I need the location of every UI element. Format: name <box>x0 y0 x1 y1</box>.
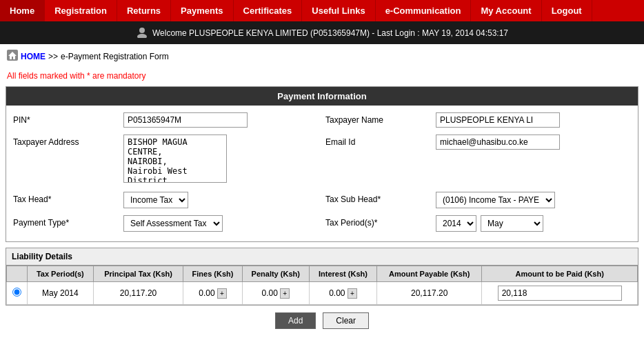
taxpayer-name-row: Taxpayer Name <box>325 112 631 128</box>
svg-point-0 <box>139 28 145 33</box>
row-select-cell <box>7 282 28 305</box>
clear-button[interactable]: Clear <box>323 312 369 329</box>
nav-e-communication[interactable]: e-Communication <box>376 0 472 21</box>
taxpayer-address-row: Taxpayer Address BISHOP MAGUA CENTRE, NA… <box>13 134 319 185</box>
penalty-add-button[interactable]: + <box>280 288 290 299</box>
liability-table: Tax Period(s) Principal Tax (Ksh) Fines … <box>6 266 638 305</box>
fines-add-button[interactable]: + <box>217 288 227 299</box>
mandatory-note: All fields marked with * are mandatory <box>0 68 644 86</box>
taxpayer-name-input[interactable] <box>436 112 560 128</box>
row-amount-payable: 20,117.20 <box>377 282 482 305</box>
welcome-message: Welcome PLUSPEOPLE KENYA LIMITED (P05136… <box>152 28 508 38</box>
liability-section: Liability Details Tax Period(s) Principa… <box>6 248 638 306</box>
tax-sub-head-label: Tax Sub Head* <box>325 192 436 204</box>
row-amount-to-be-paid[interactable] <box>482 282 638 305</box>
tax-sub-head-select[interactable]: (0106) Income Tax - PAYE <box>436 192 555 208</box>
taxpayer-address-input[interactable]: BISHOP MAGUA CENTRE, NAIROBI, Nairobi We… <box>123 134 227 183</box>
col-payable: Amount Payable (Ksh) <box>377 266 482 282</box>
taxpayer-name-label: Taxpayer Name <box>325 112 436 125</box>
tax-head-label: Tax Head* <box>13 192 123 204</box>
svg-point-1 <box>137 34 147 38</box>
email-label: Email Id <box>325 134 436 147</box>
pin-input[interactable] <box>123 112 248 128</box>
tax-period-year-select[interactable]: 2013 2014 2015 <box>436 215 476 232</box>
interest-add-button[interactable]: + <box>348 288 357 299</box>
payment-type-row: Payment Type* Self Assessment Tax Withho… <box>13 215 319 232</box>
payment-type-label: Payment Type* <box>13 215 123 228</box>
table-row: May 2014 20,117.20 0.00 + 0.00 + 0.00 + … <box>7 282 638 305</box>
bottom-buttons: Add Clear <box>0 306 644 336</box>
col-fines: Fines (Ksh) <box>183 266 242 282</box>
breadcrumb: HOME >> e-Payment Registration Form <box>0 44 644 68</box>
nav-returns[interactable]: Returns <box>117 0 171 21</box>
add-button[interactable]: Add <box>275 312 316 329</box>
nav-payments[interactable]: Payments <box>171 0 233 21</box>
nav-home[interactable]: Home <box>0 0 45 21</box>
nav-certificates[interactable]: Certificates <box>234 0 303 21</box>
email-row: Email Id <box>325 134 631 185</box>
home-icon <box>7 50 18 63</box>
nav-registration[interactable]: Registration <box>45 0 117 21</box>
tax-head-select[interactable]: Income Tax VAT Excise <box>123 192 188 208</box>
col-to-be-paid: Amount to be Paid (Ksh) <box>482 266 638 282</box>
welcome-bar: Welcome PLUSPEOPLE KENYA LIMITED (P05136… <box>0 21 644 44</box>
nav-my-account[interactable]: My Account <box>471 0 541 21</box>
nav-useful-links[interactable]: Useful Links <box>302 0 375 21</box>
email-input[interactable] <box>436 134 560 150</box>
form-section-header: Payment Information <box>6 87 638 106</box>
tax-head-row: Tax Head* Income Tax VAT Excise <box>13 192 319 208</box>
row-interest: 0.00 + <box>309 282 376 305</box>
col-period: Tax Period(s) <box>28 266 94 282</box>
nav-logout[interactable]: Logout <box>542 0 592 21</box>
col-interest: Interest (Ksh) <box>309 266 376 282</box>
liability-header: Liability Details <box>6 248 638 266</box>
tax-period-month-select[interactable]: January February March April May June Ju… <box>481 215 543 232</box>
breadcrumb-page: e-Payment Registration Form <box>61 52 169 61</box>
tax-sub-head-row: Tax Sub Head* (0106) Income Tax - PAYE <box>325 192 631 208</box>
row-fines: 0.00 + <box>183 282 242 305</box>
row-penalty: 0.00 + <box>242 282 309 305</box>
tax-period-label: Tax Period(s)* <box>325 215 436 228</box>
taxpayer-address-label: Taxpayer Address <box>13 134 123 147</box>
user-icon <box>136 26 148 40</box>
col-principal: Principal Tax (Ksh) <box>93 266 183 282</box>
payment-information-section: Payment Information PIN* Taxpayer Name T… <box>6 86 638 242</box>
row-radio[interactable] <box>12 288 21 297</box>
payment-type-select[interactable]: Self Assessment Tax Withholding Tax <box>123 215 223 232</box>
top-navigation: Home Registration Returns Payments Certi… <box>0 0 644 21</box>
amount-to-be-paid-input[interactable] <box>498 286 622 301</box>
row-principal: 20,117.20 <box>93 282 183 305</box>
tax-period-row: Tax Period(s)* 2013 2014 2015 January Fe… <box>325 215 631 232</box>
pin-label: PIN* <box>13 112 123 125</box>
col-penalty: Penalty (Ksh) <box>242 266 309 282</box>
breadcrumb-separator: >> <box>48 52 58 61</box>
row-period: May 2014 <box>28 282 94 305</box>
col-select <box>7 266 28 282</box>
breadcrumb-home[interactable]: HOME <box>21 52 46 61</box>
pin-row: PIN* <box>13 112 319 128</box>
